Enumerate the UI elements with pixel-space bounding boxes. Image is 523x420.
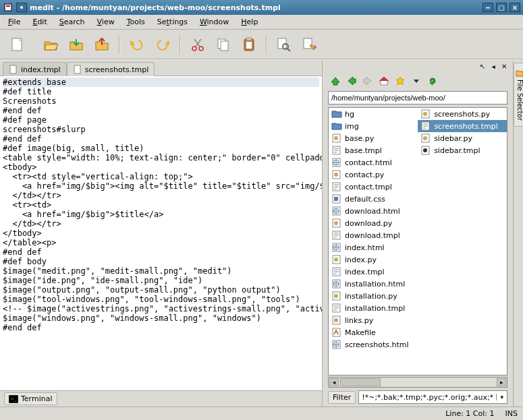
file-item[interactable]: installation.tmpl [329,302,418,314]
nav-reload-button[interactable] [425,73,440,88]
detach-pane-icon[interactable]: ↖ [478,61,487,71]
file-item[interactable]: hg [329,108,418,120]
menu-help[interactable]: Help [236,16,263,28]
file-item[interactable]: index.py [329,253,418,266]
menu-view[interactable]: View [92,16,120,28]
file-item[interactable]: installation.html [329,278,418,290]
scroll-right-icon[interactable]: ▸ [497,378,506,386]
menu-file[interactable]: File [3,16,26,28]
chevron-down-icon[interactable]: ▾ [496,394,507,400]
file-item[interactable]: base.py [329,132,418,144]
file-item[interactable]: download.py [329,217,418,229]
file-item[interactable]: download.html [329,205,418,217]
close-pane-icon[interactable]: ✕ [499,61,509,71]
tab-index[interactable]: index.tmpl [3,62,67,76]
filter-combo[interactable]: !*~;*.bak;*.tmp;*.pyc;*.orig;*.aux;* ▾ [358,390,507,404]
new-file-button[interactable] [5,33,28,56]
scroll-thumb[interactable] [340,378,381,386]
file-name: index.tmpl [345,268,385,276]
editor-pane: index.tmpl screenshots.tmpl #extends bas… [0,60,323,407]
document-tabs: index.tmpl screenshots.tmpl [0,60,322,76]
file-item[interactable]: screenshots.py [418,108,507,120]
find-replace-button[interactable] [298,33,321,56]
tab-screenshots[interactable]: screenshots.tmpl [67,62,155,76]
nav-bookmark-button[interactable] [393,73,408,88]
svg-rect-9 [246,38,252,40]
file-name: installation.py [345,292,397,301]
window-menu-icon[interactable] [3,2,13,13]
menu-window[interactable]: Window [194,16,234,28]
file-name: screenshots.tmpl [434,122,498,131]
file-item[interactable]: download.tmpl [329,229,418,241]
svg-rect-15 [74,65,80,73]
right-sidebar: File Selector [513,60,523,407]
file-item[interactable]: screenshots.html [329,338,418,351]
menu-edit[interactable]: Edit [27,16,52,28]
file-item[interactable]: installation.py [329,290,418,302]
file-selector-pane: ↖ ◂ ✕ hgimgbase.pybase.tmplcontact.htmlc… [323,60,513,407]
file-item[interactable]: base.tmpl [329,144,418,156]
file-name: download.py [345,219,392,228]
file-item[interactable]: contact.tmpl [329,181,418,193]
nav-home-button[interactable] [377,73,391,88]
file-item[interactable]: sidebar.py [418,132,507,144]
open-file-button[interactable] [39,33,62,56]
file-item[interactable]: links.py [329,314,418,326]
file-item[interactable]: screenshots.tmpl [418,120,507,132]
svg-point-2 [20,6,23,9]
nav-menu-button[interactable] [409,73,424,88]
file-list-hscrollbar[interactable]: ◂ ▸ [328,377,507,388]
find-button[interactable] [273,33,296,56]
file-selector-tab[interactable]: File Selector [514,63,523,127]
close-button[interactable]: × [510,3,520,12]
file-item[interactable]: img [329,120,418,132]
tmpl-icon [331,182,342,191]
pane-left-icon[interactable]: ◂ [489,61,498,71]
scroll-left-icon[interactable]: ◂ [329,378,339,386]
file-item[interactable]: sidebar.tmpl [418,144,507,156]
menu-tools[interactable]: Tools [121,16,150,28]
py-icon [420,109,431,119]
nav-forward-button[interactable] [360,73,375,88]
cut-button[interactable] [186,33,209,56]
nav-up-button[interactable] [328,73,343,88]
maximize-button[interactable]: ▢ [496,3,507,12]
menu-search[interactable]: Search [54,16,90,28]
file-list[interactable]: hgimgbase.pybase.tmplcontact.htmlcontact… [328,107,507,376]
file-item[interactable]: contact.py [329,169,418,181]
menu-settings[interactable]: Settings [152,16,193,28]
paste-button[interactable] [238,33,260,56]
path-input[interactable] [328,91,507,104]
py-icon [331,255,342,264]
file-name: sidebar.tmpl [434,146,480,155]
save-button[interactable] [65,33,88,56]
tmpl-icon [331,146,342,155]
document-icon [73,65,82,74]
redo-button[interactable] [151,33,174,56]
svg-point-45 [334,318,338,322]
terminal-button[interactable]: >_ Terminal [4,392,57,405]
make-icon [331,328,342,337]
nav-back-button[interactable] [344,73,359,88]
file-item[interactable]: index.tmpl [329,266,418,278]
text-editor[interactable]: #extends base#def titleScreenshots#end d… [0,76,322,390]
file-item[interactable]: index.html [329,241,418,253]
filter-value: !*~;*.bak;*.tmp;*.pyc;*.orig;*.aux;* [359,393,496,402]
terminal-icon: >_ [9,395,18,403]
folder-icon [331,121,342,131]
file-item[interactable]: contact.html [329,156,418,169]
folder-icon [331,109,342,119]
filter-button[interactable]: Filter [328,391,356,404]
undo-button[interactable] [126,33,148,56]
save-as-button[interactable] [90,33,113,56]
minimize-button[interactable]: ‒ [483,3,493,12]
file-name: sidebar.py [434,134,472,143]
file-name: index.html [345,243,385,252]
file-selector-tab-label: File Selector [516,80,523,121]
file-item[interactable]: default.css [329,193,418,205]
file-name: installation.tmpl [345,304,405,313]
window-sticky-button[interactable] [16,3,27,12]
file-item[interactable]: Makefile [329,326,418,338]
path-entry-container [328,91,507,104]
copy-button[interactable] [212,33,235,56]
